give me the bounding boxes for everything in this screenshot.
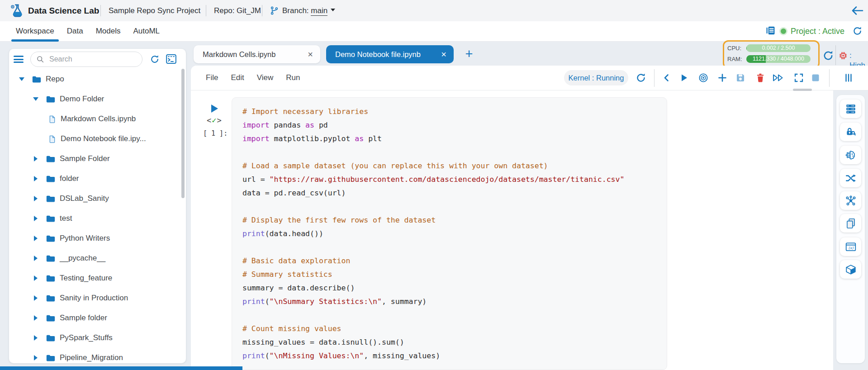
run-all-icon[interactable] (772, 72, 785, 83)
project-name: Sample Repo Sync Project (109, 0, 200, 21)
menu-file[interactable]: File (206, 73, 218, 82)
nav-tab-automl[interactable]: AutoML (132, 27, 161, 36)
refresh-icon[interactable] (822, 50, 834, 62)
kernel-refresh-icon[interactable] (636, 72, 646, 83)
branch-name[interactable]: main (311, 6, 327, 16)
stop-kernel-icon[interactable] (811, 73, 820, 82)
tree-item[interactable]: Demo Folder (9, 89, 186, 109)
search-input[interactable] (48, 55, 144, 64)
ram-usage-bar: 1121.330 / 4048.000 (746, 55, 811, 63)
tree-item[interactable]: DSLab_Sanity (9, 189, 186, 209)
tree-item[interactable]: test (9, 209, 186, 228)
git-branch-icon (270, 6, 279, 15)
code-line: missing_values = data.isnull().sum() (242, 336, 659, 349)
caret-down-icon[interactable] (33, 95, 38, 104)
rail-button-variables[interactable]: (x) (840, 237, 861, 256)
caret-right-icon[interactable] (33, 355, 38, 361)
back-arrow-icon[interactable] (851, 5, 863, 16)
add-tab-button[interactable]: + (462, 47, 476, 61)
code-line: print(data.head()) (242, 227, 659, 241)
folder-icon (46, 274, 56, 283)
layout-columns-icon[interactable] (843, 72, 854, 83)
ram-label: RAM: (727, 56, 742, 62)
tree-item[interactable]: Python Writers (9, 228, 186, 248)
kernel-status-badge[interactable]: Kernel : Running (564, 70, 628, 85)
tree-item[interactable]: folder (9, 169, 186, 189)
tree-item[interactable]: Sample folder (9, 308, 186, 328)
rail-button-ai-model[interactable] (840, 146, 861, 164)
add-cell-icon[interactable] (717, 72, 728, 83)
fullscreen-icon[interactable] (793, 72, 804, 83)
tree-item[interactable]: Testing_feature (9, 268, 186, 288)
rail-button-network[interactable] (840, 191, 861, 210)
close-icon[interactable]: × (441, 50, 446, 59)
menu-edit[interactable]: Edit (231, 73, 244, 82)
tree-item[interactable]: Markdown Cells.ipynb (9, 109, 186, 129)
ram-usage-value: 1121.330 / 4048.000 (746, 55, 811, 63)
caret-right-icon[interactable] (33, 275, 38, 281)
rail-button-shuffle[interactable] (840, 169, 861, 187)
menu-run[interactable]: Run (286, 73, 300, 82)
rail-button-security-lock[interactable] (840, 123, 861, 141)
project-log-icon[interactable] (765, 25, 776, 37)
notebook-toolbar: FileEditViewRun Kernel : Running (191, 66, 868, 90)
caret-right-icon[interactable] (33, 236, 38, 241)
notebook-horizontal-scrollbar[interactable] (793, 89, 812, 91)
tree-item[interactable]: Repo (9, 69, 186, 89)
editor-tab[interactable]: Demo Notebook file.ipynb× (326, 45, 454, 63)
menu-view[interactable]: View (257, 73, 274, 82)
rail-button-documents[interactable] (840, 214, 861, 232)
horizontal-scrollbar-thumb[interactable] (0, 366, 242, 370)
caret-right-icon[interactable] (33, 216, 38, 221)
caret-down-icon[interactable] (19, 75, 24, 84)
code-line (242, 146, 659, 159)
tree-item[interactable]: Pipeline_Migration (9, 348, 186, 363)
tree-item[interactable]: __pycache__ (9, 248, 186, 268)
code-line: # Import necessary libraries (242, 105, 659, 119)
tree-item[interactable]: Sample Folder (9, 149, 186, 169)
refresh-icon[interactable] (150, 54, 160, 64)
code-cell[interactable]: # Import necessary librariesimport panda… (232, 97, 667, 370)
save-notebook-icon[interactable] (735, 72, 746, 83)
tree-item[interactable]: Sanity in Production (9, 288, 186, 308)
folder-icon (46, 254, 56, 263)
repo-name: Repo: Git_JM (214, 0, 261, 21)
branch-selector[interactable]: Branch: main (282, 0, 335, 21)
caret-right-icon[interactable] (33, 156, 38, 161)
caret-right-icon[interactable] (33, 315, 38, 321)
tree-item-label: Repo (46, 75, 64, 84)
caret-right-icon[interactable] (33, 176, 38, 181)
interrupt-kernel-icon[interactable] (698, 72, 709, 83)
sidebar-scrollbar[interactable] (181, 69, 185, 198)
titlebar-separator (100, 5, 101, 16)
tree-item[interactable]: PySpark_Stuffs (9, 328, 186, 348)
nav-tab-workspace[interactable]: Workspace (15, 27, 55, 36)
run-cell-icon[interactable] (678, 72, 689, 83)
folder-icon (46, 95, 56, 104)
dataset-icon (845, 103, 857, 115)
refresh-icon[interactable] (852, 26, 863, 36)
rail-button-dataset[interactable] (840, 100, 861, 118)
file-explorer-panel: RepoDemo FolderMarkdown Cells.ipynbDemo … (9, 49, 186, 363)
rail-button-package[interactable] (840, 260, 861, 279)
caret-right-icon[interactable] (33, 335, 38, 341)
search-box[interactable] (30, 52, 142, 67)
editor-tab[interactable]: Markdown Cells.ipynb× (194, 45, 320, 63)
caret-right-icon[interactable] (33, 196, 38, 201)
execution-count: [ 1 ]: (203, 129, 228, 138)
menu-icon[interactable] (14, 56, 24, 63)
separator (835, 45, 836, 65)
close-icon[interactable]: × (308, 50, 313, 59)
nav-tab-data[interactable]: Data (66, 27, 84, 36)
tree-item[interactable]: Demo Notebook file.ipy... (9, 129, 186, 149)
delete-cell-icon[interactable] (755, 72, 766, 83)
caret-right-icon[interactable] (33, 295, 38, 301)
folder-icon (46, 294, 56, 303)
console-icon[interactable] (165, 53, 177, 65)
code-line: # Load a sample dataset (you can replace… (242, 159, 659, 173)
app-window: Data Science Lab Sample Repo Sync Projec… (0, 0, 868, 370)
nav-tab-models[interactable]: Models (95, 27, 122, 36)
run-this-cell-icon[interactable] (210, 104, 219, 114)
caret-right-icon[interactable] (33, 256, 38, 261)
chevron-left-icon[interactable] (661, 72, 672, 83)
